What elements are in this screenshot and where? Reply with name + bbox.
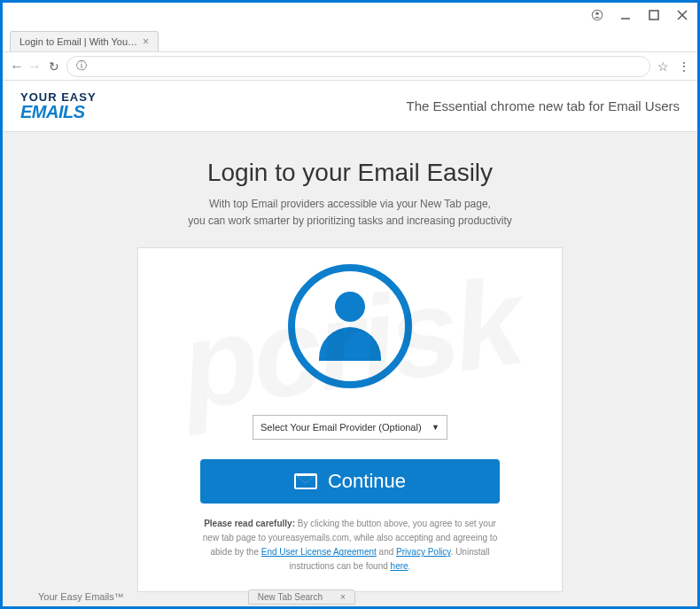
info-icon: ⓘ bbox=[76, 59, 87, 74]
footer-tab[interactable]: New Tab Search × bbox=[248, 589, 355, 605]
svg-rect-3 bbox=[649, 11, 658, 20]
logo-text-bottom: EMAILS bbox=[20, 103, 97, 121]
tab-title: Login to Email | With You… bbox=[19, 36, 137, 47]
chevron-down-icon: ▼ bbox=[432, 423, 439, 432]
page-subheading: With top Email providers accessible via … bbox=[3, 196, 697, 230]
eula-link[interactable]: End User License Agreement bbox=[261, 547, 377, 557]
forward-icon[interactable]: → bbox=[27, 59, 42, 74]
address-bar: ← → ↻ ⓘ ☆ ⋮ bbox=[3, 52, 697, 81]
minimize-icon[interactable] bbox=[619, 9, 632, 21]
user-account-icon[interactable] bbox=[591, 9, 603, 21]
here-link[interactable]: here bbox=[391, 561, 408, 571]
window-titlebar bbox=[3, 3, 697, 27]
star-icon[interactable]: ☆ bbox=[657, 59, 669, 74]
privacy-link[interactable]: Privacy Policy bbox=[396, 547, 451, 557]
site-header: YOUR EASY EMAILS The Essential chrome ne… bbox=[3, 81, 697, 132]
menu-icon[interactable]: ⋮ bbox=[678, 59, 690, 74]
url-input[interactable]: ⓘ bbox=[66, 56, 650, 77]
footer-bar: Your Easy Emails™ New Tab Search × bbox=[3, 587, 697, 606]
email-provider-select[interactable]: Select Your Email Provider (Optional) ▼ bbox=[253, 415, 447, 440]
footer-brand: Your Easy Emails™ bbox=[38, 591, 124, 602]
select-placeholder: Select Your Email Provider (Optional) bbox=[261, 422, 422, 433]
disclaimer-text: Please read carefully: By clicking the b… bbox=[200, 517, 500, 574]
browser-tab[interactable]: Login to Email | With You… × bbox=[10, 31, 159, 51]
maximize-icon[interactable] bbox=[648, 9, 660, 21]
svg-point-1 bbox=[595, 12, 599, 16]
page-content: pcrisk YOUR EASY EMAILS The Essential ch… bbox=[3, 81, 697, 606]
back-icon[interactable]: ← bbox=[10, 59, 24, 74]
close-icon[interactable] bbox=[676, 9, 688, 21]
tagline: The Essential chrome new tab for Email U… bbox=[407, 98, 680, 113]
login-card: Select Your Email Provider (Optional) ▼ … bbox=[137, 247, 563, 592]
footer-tab-close-icon[interactable]: × bbox=[340, 592, 346, 602]
reload-icon[interactable]: ↻ bbox=[49, 59, 59, 74]
browser-tabbar: Login to Email | With You… × bbox=[3, 27, 697, 52]
continue-label: Continue bbox=[328, 470, 406, 493]
continue-button[interactable]: Continue bbox=[200, 459, 500, 504]
logo: YOUR EASY EMAILS bbox=[20, 91, 97, 121]
page-body: Login to your Email Easily With top Emai… bbox=[3, 132, 697, 592]
envelope-icon bbox=[294, 473, 317, 489]
page-heading: Login to your Email Easily bbox=[3, 159, 697, 187]
tab-close-icon[interactable]: × bbox=[143, 35, 149, 48]
user-avatar-icon bbox=[288, 264, 412, 388]
